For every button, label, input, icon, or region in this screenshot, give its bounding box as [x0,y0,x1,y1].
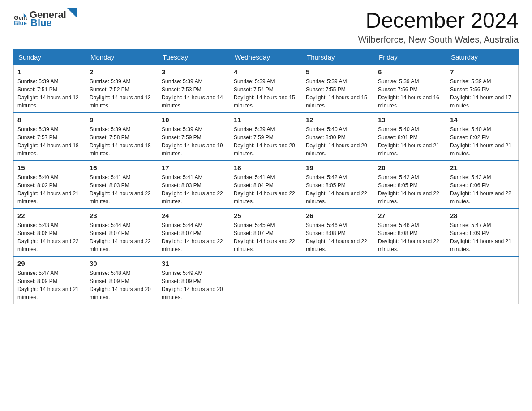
day-number: 14 [450,116,515,124]
day-number: 16 [90,164,154,171]
calendar-day-cell: 31 Sunrise: 5:49 AMSunset: 8:09 PMDaylig… [158,257,230,304]
day-number: 13 [378,116,442,124]
calendar-day-cell: 24 Sunrise: 5:44 AMSunset: 8:07 PMDaylig… [158,209,230,257]
day-number: 19 [306,164,370,171]
calendar-day-cell [374,257,446,304]
day-info: Sunrise: 5:44 AMSunset: 8:07 PMDaylight:… [90,221,154,253]
calendar-week-row: 29 Sunrise: 5:47 AMSunset: 8:09 PMDaylig… [14,257,519,304]
day-info: Sunrise: 5:40 AMSunset: 8:00 PMDaylight:… [306,125,370,158]
calendar-day-cell: 11 Sunrise: 5:39 AMSunset: 7:59 PMDaylig… [230,113,302,161]
day-number: 12 [306,116,370,124]
day-info: Sunrise: 5:39 AMSunset: 7:57 PMDaylight:… [17,125,82,158]
calendar-header-thursday: Thursday [302,49,374,65]
calendar-header-tuesday: Tuesday [158,49,230,65]
day-info: Sunrise: 5:41 AMSunset: 8:04 PMDaylight:… [234,173,298,206]
calendar-day-cell [230,257,302,304]
calendar-day-cell: 9 Sunrise: 5:39 AMSunset: 7:58 PMDayligh… [86,113,158,161]
calendar-day-cell: 18 Sunrise: 5:41 AMSunset: 8:04 PMDaylig… [230,161,302,209]
calendar-day-cell: 14 Sunrise: 5:40 AMSunset: 8:02 PMDaylig… [446,113,519,161]
day-number: 25 [234,212,298,219]
day-info: Sunrise: 5:39 AMSunset: 7:53 PMDaylight:… [162,77,226,110]
day-info: Sunrise: 5:48 AMSunset: 8:09 PMDaylight:… [90,269,154,301]
day-number: 21 [450,164,515,171]
calendar-week-row: 1 Sunrise: 5:39 AMSunset: 7:51 PMDayligh… [14,65,519,113]
calendar-day-cell: 23 Sunrise: 5:44 AMSunset: 8:07 PMDaylig… [86,209,158,257]
day-info: Sunrise: 5:45 AMSunset: 8:07 PMDaylight:… [234,221,298,253]
day-number: 10 [162,116,226,124]
calendar-table: SundayMondayTuesdayWednesdayThursdayFrid… [13,49,519,304]
calendar-header-saturday: Saturday [446,49,519,65]
calendar-day-cell: 13 Sunrise: 5:40 AMSunset: 8:01 PMDaylig… [374,113,446,161]
day-info: Sunrise: 5:39 AMSunset: 7:52 PMDaylight:… [90,77,154,110]
day-info: Sunrise: 5:39 AMSunset: 7:56 PMDaylight:… [450,77,515,110]
day-number: 22 [17,212,82,219]
day-number: 26 [306,212,370,219]
calendar-day-cell: 3 Sunrise: 5:39 AMSunset: 7:53 PMDayligh… [158,65,230,113]
day-info: Sunrise: 5:40 AMSunset: 8:02 PMDaylight:… [17,173,82,206]
day-info: Sunrise: 5:40 AMSunset: 8:01 PMDaylight:… [378,125,442,158]
svg-text:Blue: Blue [14,20,27,26]
title-block: December 2024 Wilberforce, New South Wal… [358,9,519,45]
day-info: Sunrise: 5:39 AMSunset: 7:59 PMDaylight:… [162,125,226,158]
calendar-day-cell: 8 Sunrise: 5:39 AMSunset: 7:57 PMDayligh… [14,113,86,161]
logo-icon: General Blue [13,12,27,26]
day-number: 4 [234,68,298,76]
calendar-day-cell: 27 Sunrise: 5:46 AMSunset: 8:08 PMDaylig… [374,209,446,257]
day-info: Sunrise: 5:39 AMSunset: 7:56 PMDaylight:… [378,77,442,110]
calendar-day-cell [302,257,374,304]
calendar-day-cell: 20 Sunrise: 5:42 AMSunset: 8:05 PMDaylig… [374,161,446,209]
calendar-day-cell: 17 Sunrise: 5:41 AMSunset: 8:03 PMDaylig… [158,161,230,209]
day-number: 28 [450,212,515,219]
day-info: Sunrise: 5:39 AMSunset: 7:51 PMDaylight:… [17,77,82,110]
page-header: General Blue General Blue December 2024 … [13,9,519,45]
day-number: 23 [90,212,154,219]
day-number: 8 [17,116,82,124]
calendar-day-cell: 4 Sunrise: 5:39 AMSunset: 7:54 PMDayligh… [230,65,302,113]
calendar-week-row: 15 Sunrise: 5:40 AMSunset: 8:02 PMDaylig… [14,161,519,209]
calendar-day-cell: 7 Sunrise: 5:39 AMSunset: 7:56 PMDayligh… [446,65,519,113]
day-number: 24 [162,212,226,219]
calendar-day-cell: 28 Sunrise: 5:47 AMSunset: 8:09 PMDaylig… [446,209,519,257]
day-info: Sunrise: 5:47 AMSunset: 8:09 PMDaylight:… [450,221,515,253]
day-number: 7 [450,68,515,76]
calendar-header-wednesday: Wednesday [230,49,302,65]
day-info: Sunrise: 5:39 AMSunset: 7:59 PMDaylight:… [234,125,298,158]
calendar-week-row: 8 Sunrise: 5:39 AMSunset: 7:57 PMDayligh… [14,113,519,161]
calendar-header-row: SundayMondayTuesdayWednesdayThursdayFrid… [14,49,519,65]
logo-arrow-icon [67,8,77,18]
month-title: December 2024 [358,9,519,33]
calendar-day-cell: 2 Sunrise: 5:39 AMSunset: 7:52 PMDayligh… [86,65,158,113]
day-info: Sunrise: 5:43 AMSunset: 8:06 PMDaylight:… [17,221,82,253]
day-info: Sunrise: 5:46 AMSunset: 8:08 PMDaylight:… [378,221,442,253]
calendar-day-cell [446,257,519,304]
calendar-header-monday: Monday [86,49,158,65]
day-number: 18 [234,164,298,171]
day-info: Sunrise: 5:49 AMSunset: 8:09 PMDaylight:… [162,269,226,301]
location-title: Wilberforce, New South Wales, Australia [358,34,519,45]
day-number: 2 [90,68,154,76]
day-number: 31 [162,260,226,267]
day-number: 17 [162,164,226,171]
day-info: Sunrise: 5:44 AMSunset: 8:07 PMDaylight:… [162,221,226,253]
day-number: 29 [17,260,82,267]
day-info: Sunrise: 5:43 AMSunset: 8:06 PMDaylight:… [450,173,515,206]
day-info: Sunrise: 5:47 AMSunset: 8:09 PMDaylight:… [17,269,82,301]
logo: General Blue General Blue [13,9,77,29]
calendar-header-sunday: Sunday [14,49,86,65]
calendar-day-cell: 15 Sunrise: 5:40 AMSunset: 8:02 PMDaylig… [14,161,86,209]
calendar-day-cell: 1 Sunrise: 5:39 AMSunset: 7:51 PMDayligh… [14,65,86,113]
calendar-day-cell: 19 Sunrise: 5:42 AMSunset: 8:05 PMDaylig… [302,161,374,209]
day-number: 6 [378,68,442,76]
day-info: Sunrise: 5:39 AMSunset: 7:58 PMDaylight:… [90,125,154,158]
calendar-day-cell: 26 Sunrise: 5:46 AMSunset: 8:08 PMDaylig… [302,209,374,257]
day-number: 30 [90,260,154,267]
day-info: Sunrise: 5:41 AMSunset: 8:03 PMDaylight:… [162,173,226,206]
calendar-week-row: 22 Sunrise: 5:43 AMSunset: 8:06 PMDaylig… [14,209,519,257]
day-number: 20 [378,164,442,171]
calendar-day-cell: 12 Sunrise: 5:40 AMSunset: 8:00 PMDaylig… [302,113,374,161]
calendar-day-cell: 22 Sunrise: 5:43 AMSunset: 8:06 PMDaylig… [14,209,86,257]
day-number: 5 [306,68,370,76]
day-number: 3 [162,68,226,76]
day-info: Sunrise: 5:42 AMSunset: 8:05 PMDaylight:… [306,173,370,206]
calendar-day-cell: 30 Sunrise: 5:48 AMSunset: 8:09 PMDaylig… [86,257,158,304]
